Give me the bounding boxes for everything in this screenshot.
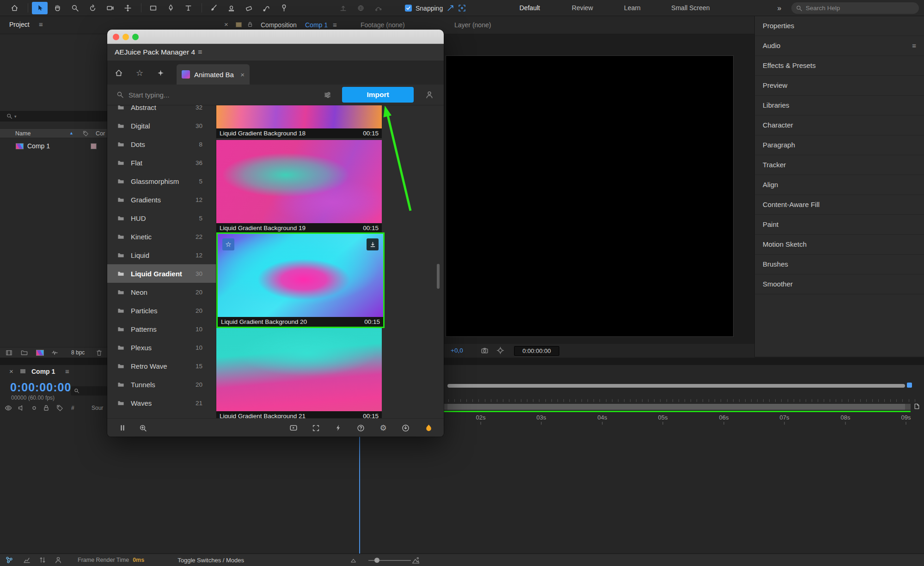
- zoom-tool[interactable]: [67, 2, 83, 14]
- panel-tracker[interactable]: Tracker: [755, 155, 924, 175]
- help-search[interactable]: [791, 2, 919, 14]
- sort-ascending-icon[interactable]: ▲: [69, 131, 73, 135]
- category-abstract[interactable]: Abstract32: [107, 105, 216, 116]
- label-column-icon[interactable]: [83, 130, 89, 136]
- project-tab[interactable]: Project: [9, 21, 30, 28]
- asset-item-20-selected[interactable]: Liquid Gradient Background 2000:15 ☆: [216, 232, 385, 328]
- viewer-timecode[interactable]: 0:00:00:00: [514, 346, 559, 356]
- audio-icon[interactable]: [18, 404, 25, 412]
- timeline-menu-icon[interactable]: ≡: [65, 367, 69, 375]
- panel-smoother[interactable]: Smoother: [755, 274, 924, 294]
- current-timecode[interactable]: 0:00:00:00: [10, 381, 71, 394]
- category-neon[interactable]: Neon20: [107, 283, 216, 301]
- panel-audio[interactable]: Audio≡: [755, 36, 924, 56]
- panel-effects-presets[interactable]: Effects & Presets: [755, 56, 924, 76]
- show-snapshot-icon[interactable]: [496, 347, 504, 354]
- orbit-camera-tool[interactable]: [85, 2, 100, 14]
- help-search-input[interactable]: [806, 5, 907, 12]
- layer-tab[interactable]: Layer (none): [454, 21, 491, 29]
- lock-icon[interactable]: [43, 404, 50, 412]
- clone-stamp-tool[interactable]: [223, 2, 239, 14]
- panel-paint[interactable]: Paint: [755, 215, 924, 235]
- trash-icon[interactable]: [96, 349, 103, 356]
- transfer-arrows-icon[interactable]: [39, 556, 46, 564]
- category-dots[interactable]: Dots8: [107, 135, 216, 153]
- snapping-checkbox[interactable]: [405, 5, 412, 12]
- category-hud[interactable]: HUD5: [107, 209, 216, 227]
- aejuice-search-input[interactable]: [129, 91, 304, 99]
- render-network-icon[interactable]: [6, 556, 13, 564]
- footage-tab[interactable]: Footage (none): [361, 21, 405, 29]
- panel-paragraph[interactable]: Paragraph: [755, 135, 924, 155]
- type-tool[interactable]: [180, 2, 196, 14]
- label-color-swatch[interactable]: [91, 143, 97, 149]
- zoom-in-mountain-icon[interactable]: [412, 556, 420, 564]
- roto-brush-tool[interactable]: [258, 2, 274, 14]
- home-button[interactable]: [6, 2, 22, 14]
- hand-tool[interactable]: [49, 2, 65, 14]
- composition-tab-name[interactable]: Comp 1: [305, 21, 328, 29]
- zoom-window-button[interactable]: [132, 34, 139, 40]
- filter-icon[interactable]: [324, 91, 331, 99]
- favorites-tab-icon[interactable]: ☆: [131, 64, 148, 82]
- workspace-default[interactable]: Default: [520, 0, 540, 16]
- zoom-out-mountain-icon[interactable]: [350, 557, 356, 563]
- zoom-in-icon[interactable]: [136, 423, 150, 433]
- selection-tool[interactable]: [32, 2, 48, 14]
- download-icon[interactable]: [367, 238, 379, 250]
- label-icon[interactable]: [56, 404, 63, 411]
- composition-tab-label[interactable]: Composition: [261, 21, 297, 29]
- snapshot-camera-icon[interactable]: [481, 347, 489, 354]
- local-axis-mode-icon[interactable]: [335, 2, 351, 14]
- viewer-offset[interactable]: +0,0: [451, 347, 463, 354]
- puppet-pin-tool[interactable]: [276, 2, 292, 14]
- comp-marker-icon[interactable]: [913, 403, 920, 410]
- panel-motion-sketch[interactable]: Motion Sketch: [755, 235, 924, 255]
- timeline-search[interactable]: [71, 386, 110, 396]
- navigator-end-handle[interactable]: [907, 383, 912, 388]
- more-workspaces-chevron[interactable]: »: [777, 0, 782, 16]
- asset-item-21[interactable]: Liquid Gradient Background 2100:15: [216, 328, 382, 418]
- panel-brushes[interactable]: Brushes: [755, 255, 924, 274]
- snap-to-point-icon[interactable]: [447, 4, 454, 12]
- close-tab-icon[interactable]: ×: [240, 71, 245, 79]
- column-comment[interactable]: Cor: [96, 130, 105, 137]
- panel-preview[interactable]: Preview: [755, 76, 924, 96]
- lock-icon[interactable]: [247, 21, 253, 28]
- world-axis-mode-icon[interactable]: [353, 2, 368, 14]
- column-source[interactable]: Sour: [92, 405, 103, 411]
- panel-menu-icon[interactable]: ≡: [912, 36, 916, 55]
- workspace-review[interactable]: Review: [572, 0, 593, 16]
- filmstrip-icon[interactable]: [6, 349, 12, 356]
- category-tunnels[interactable]: Tunnels20: [107, 375, 216, 394]
- toggle-switches-button[interactable]: Toggle Switches / Modes: [177, 557, 244, 564]
- brush-tool[interactable]: [206, 2, 221, 14]
- downloads-icon[interactable]: [398, 423, 412, 433]
- category-plexus[interactable]: Plexus10: [107, 338, 216, 357]
- solo-icon[interactable]: [31, 404, 38, 412]
- new-composition-icon[interactable]: [36, 350, 44, 356]
- pause-previews-icon[interactable]: [116, 423, 129, 433]
- close-icon[interactable]: ×: [9, 367, 13, 375]
- view-axis-mode-icon[interactable]: [370, 2, 386, 14]
- help-icon[interactable]: [354, 423, 367, 433]
- category-retro-wave[interactable]: Retro Wave15: [107, 357, 216, 375]
- time-navigator[interactable]: [447, 384, 905, 388]
- graph-icon[interactable]: [23, 556, 31, 564]
- aejuice-menu-icon[interactable]: ≡: [198, 48, 202, 56]
- fit-frame-icon[interactable]: [309, 423, 323, 433]
- pen-tool[interactable]: [163, 2, 178, 14]
- performance-icon[interactable]: [331, 423, 345, 433]
- category-gradients[interactable]: Gradients12: [107, 190, 216, 209]
- minimize-window-button[interactable]: [122, 34, 129, 40]
- aejuice-logo-icon[interactable]: [422, 423, 435, 433]
- asset-item-19[interactable]: Liquid Gradient Background 1900:15: [216, 140, 382, 233]
- settings-gear-icon[interactable]: ⚙: [376, 423, 390, 433]
- close-window-button[interactable]: [113, 34, 119, 40]
- panel-align[interactable]: Align: [755, 175, 924, 195]
- category-particles[interactable]: Particles20: [107, 301, 216, 320]
- category-digital[interactable]: Digital30: [107, 116, 216, 135]
- new-folder-icon[interactable]: [21, 349, 28, 356]
- project-menu-icon[interactable]: ≡: [39, 20, 43, 28]
- pan-behind-tool[interactable]: [120, 2, 135, 14]
